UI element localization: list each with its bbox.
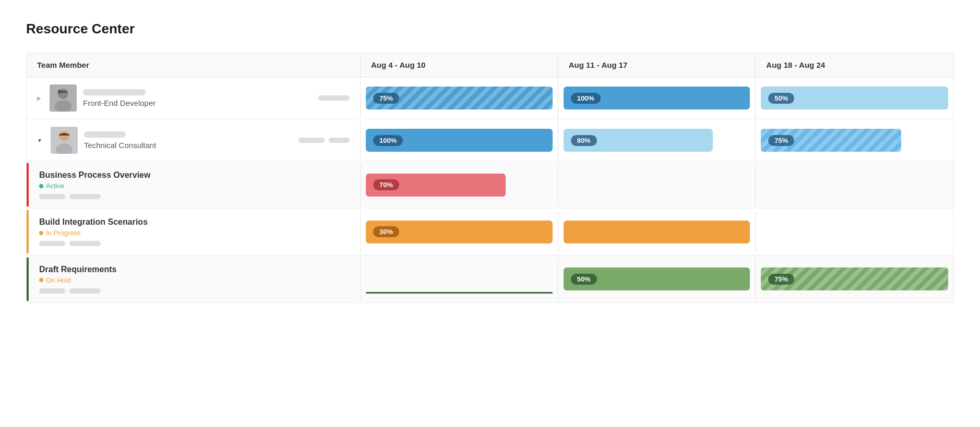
member-role-front-end: Front-End Developer xyxy=(83,99,156,107)
pct-badge-fe-w1: 75% xyxy=(373,93,399,104)
pct-badge-bpo-w1: 70% xyxy=(373,179,399,190)
member-info-front-end: Front-End Developer xyxy=(83,89,156,107)
bar-cell-bpo-w2 xyxy=(558,164,756,206)
status-dot-bpo xyxy=(39,184,43,188)
gantt-bar-dr-w3: 75% xyxy=(761,267,948,290)
pct-badge-dr-w2: 50% xyxy=(571,274,597,285)
member-cell-front-end: ▶ Front-End Developer xyxy=(27,79,361,117)
task-cell-bpo: Business Process Overview Active xyxy=(27,163,361,206)
bar-cell-fe-w3: 50% xyxy=(756,77,953,119)
bar-cell-bpo-w3 xyxy=(756,164,953,206)
pct-badge-tc-w2: 80% xyxy=(571,135,597,146)
gantt-bar-dr-w2: 50% xyxy=(564,267,750,290)
pill-dr-2 xyxy=(69,288,101,294)
task-name-bpo: Business Process Overview xyxy=(39,170,350,180)
gantt-header: Team Member Aug 4 - Aug 10 Aug 11 - Aug … xyxy=(27,53,953,77)
col-header-week2: Aug 11 - Aug 17 xyxy=(558,53,756,77)
member-role-tc: Technical Consultant xyxy=(84,141,156,150)
task-status-dr: On Hold xyxy=(39,276,350,284)
dark-line-dr xyxy=(366,292,553,294)
bar-cell-tc-w3: 75% xyxy=(756,119,953,161)
status-dot-dr xyxy=(39,278,43,282)
bar-cell-fe-w2: 100% xyxy=(558,77,756,119)
gantt-bar-fe-w1: 75% xyxy=(366,87,553,109)
col-header-week1: Aug 4 - Aug 10 xyxy=(361,53,558,77)
pct-badge-fe-w3: 50% xyxy=(768,93,794,104)
col-header-week3: Aug 18 - Aug 24 xyxy=(756,53,953,77)
gantt-bar-tc-w3: 75% xyxy=(761,129,901,152)
pct-badge-tc-w1: 100% xyxy=(373,135,403,146)
gantt-bar-tc-w1: 100% xyxy=(366,129,553,152)
bar-cell-dr-w1 xyxy=(361,258,558,300)
bar-cell-tc-w2: 80% xyxy=(558,119,756,161)
row-draft-requirements: Draft Requirements On Hold 50% 75% xyxy=(27,255,953,302)
pct-badge-bis-w1: 30% xyxy=(373,226,399,237)
bar-cell-bis-w1: 30% xyxy=(361,211,558,253)
name-placeholder-tc xyxy=(84,131,126,138)
bar-cell-fe-w1: 75% xyxy=(361,77,558,119)
col-header-member: Team Member xyxy=(27,53,361,77)
status-label-dr: On Hold xyxy=(46,276,71,284)
expand-arrow-front-end[interactable]: ▶ xyxy=(37,95,41,101)
task-status-bis: In Progress xyxy=(39,229,350,237)
pill-bis-1 xyxy=(39,241,65,246)
task-meta-dr xyxy=(39,288,350,294)
gantt-bar-bpo-w1: 70% xyxy=(366,174,506,197)
pct-badge-fe-w2: 100% xyxy=(571,93,601,104)
pill-bpo-2 xyxy=(69,194,101,199)
gantt-bar-tc-w2: 80% xyxy=(564,129,713,152)
row-build-integration: Build Integration Scenarios In Progress … xyxy=(27,209,953,255)
avatar-front-end xyxy=(50,84,77,112)
gantt-bar-fe-w2: 100% xyxy=(564,87,750,109)
status-label-bis: In Progress xyxy=(46,229,80,237)
pill1 xyxy=(318,95,350,101)
gantt-bar-bis-w1: 30% xyxy=(366,221,553,243)
bar-cell-bis-w3 xyxy=(756,211,953,253)
svg-point-6 xyxy=(59,131,69,141)
gantt-bar-bis-w2 xyxy=(564,221,750,243)
task-status-bpo: Active xyxy=(39,182,350,190)
gantt-chart: Team Member Aug 4 - Aug 10 Aug 11 - Aug … xyxy=(26,53,954,303)
bar-cell-dr-w2: 50% xyxy=(558,258,756,300)
task-cell-bis: Build Integration Scenarios In Progress xyxy=(27,210,361,253)
svg-rect-4 xyxy=(58,90,61,94)
pill-bis-2 xyxy=(69,241,101,246)
page-title: Resource Center xyxy=(26,21,954,37)
bar-cell-bis-w2 xyxy=(558,211,756,253)
pill-dr-1 xyxy=(39,288,65,294)
bar-cell-tc-w1: 100% xyxy=(361,119,558,161)
task-cell-dr: Draft Requirements On Hold xyxy=(27,258,361,301)
row-technical-consultant: ▼ Technical Consultant 10 xyxy=(27,119,953,162)
name-placeholder xyxy=(83,89,146,95)
pill-bpo-1 xyxy=(39,194,65,199)
pill-tc-2 xyxy=(329,138,350,143)
expand-arrow-tc[interactable]: ▼ xyxy=(37,138,42,143)
member-meta-pills xyxy=(318,95,350,101)
status-label-bpo: Active xyxy=(46,182,64,190)
task-name-dr: Draft Requirements xyxy=(39,265,350,274)
member-info-tc: Technical Consultant xyxy=(84,131,156,150)
pct-badge-dr-w3: 75% xyxy=(768,274,794,285)
task-meta-bpo xyxy=(39,194,350,199)
status-dot-bis xyxy=(39,231,43,235)
task-name-bis: Build Integration Scenarios xyxy=(39,217,350,227)
row-front-end-developer: ▶ Front-End Developer 75% xyxy=(27,77,953,119)
task-meta-bis xyxy=(39,241,350,246)
avatar-tc xyxy=(51,127,78,154)
row-business-process: Business Process Overview Active 70% xyxy=(27,162,953,209)
bar-cell-dr-w3: 75% xyxy=(756,258,953,300)
pill-tc-1 xyxy=(298,138,325,143)
gantt-bar-fe-w3: 50% xyxy=(761,87,948,109)
member-meta-pills-tc xyxy=(298,138,350,143)
pct-badge-tc-w3: 75% xyxy=(768,135,794,146)
svg-rect-8 xyxy=(59,134,69,136)
member-cell-tc: ▼ Technical Consultant xyxy=(27,121,361,159)
bar-cell-bpo-w1: 70% xyxy=(361,164,558,206)
